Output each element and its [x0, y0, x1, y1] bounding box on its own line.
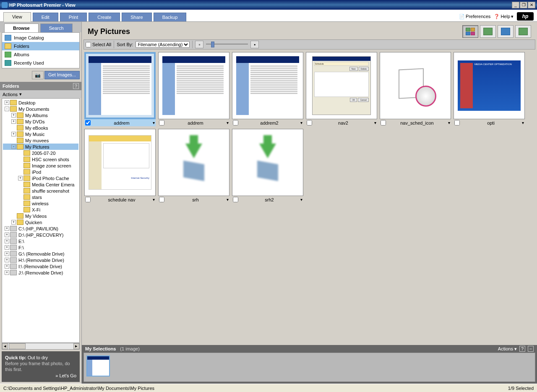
thumbnail-checkbox[interactable] — [381, 120, 386, 125]
view-mode-slideshow[interactable] — [498, 25, 514, 38]
tree-node[interactable]: My eBooks — [3, 125, 78, 131]
thumbnail-image[interactable]: Internet Security — [84, 129, 156, 196]
help-link[interactable]: ❓ Help ▾ — [494, 14, 514, 19]
thumbnail-image[interactable]: MEDIA CENTER OPTIMIZATION — [454, 52, 525, 119]
thumbnail-menu-button[interactable]: ▾ — [522, 120, 524, 125]
thumbnail-checkbox[interactable] — [233, 120, 238, 125]
tree-node[interactable]: +My Albums — [3, 112, 78, 118]
category-recently-used[interactable]: Recently Used — [2, 59, 79, 67]
thumbnail-checkbox[interactable] — [159, 120, 164, 125]
thumbnail-image[interactable] — [84, 52, 156, 119]
thumbnail-size-slider[interactable] — [206, 41, 248, 48]
tree-expander[interactable]: + — [5, 233, 9, 237]
tree-expander[interactable]: - — [11, 144, 16, 149]
minimize-button[interactable]: _ — [512, 2, 519, 8]
thumbnail-checkbox[interactable] — [85, 197, 91, 202]
thumbnail-checkbox[interactable] — [454, 120, 460, 125]
tray-collapse-button[interactable]: − — [528, 346, 534, 352]
get-images-button[interactable]: Get Images... — [44, 71, 80, 79]
thumbnail-image[interactable] — [158, 52, 229, 119]
tree-expander[interactable]: - — [5, 107, 9, 111]
thumbnail-image[interactable] — [232, 52, 303, 119]
thumbnail-menu-button[interactable]: ▾ — [374, 120, 376, 125]
thumbnail-checkbox[interactable] — [85, 120, 91, 125]
select-all-checkbox[interactable]: Select All — [86, 42, 111, 47]
thumbnail-image[interactable] — [380, 52, 451, 119]
main-tab-print[interactable]: Print — [60, 13, 87, 21]
thumbnail-menu-button[interactable]: ▾ — [227, 197, 229, 202]
tree-expander[interactable]: + — [5, 239, 9, 243]
tree-node[interactable]: HSC screen shots — [3, 156, 78, 162]
maximize-button[interactable]: ❐ — [520, 2, 527, 8]
tree-expander[interactable]: + — [11, 119, 16, 124]
thumbnail-checkbox[interactable] — [307, 120, 312, 125]
tree-node[interactable]: My Videos — [3, 213, 78, 219]
tree-node[interactable]: -My Pictures — [3, 144, 78, 150]
tree-node[interactable]: 2005-07-20 — [3, 150, 78, 156]
main-tab-view[interactable]: View — [3, 12, 31, 22]
thumbnail-checkbox[interactable] — [233, 197, 238, 202]
tree-node[interactable]: +C:\ (HP_PAVILION) — [3, 225, 78, 232]
folders-help-icon[interactable]: ? — [73, 83, 79, 89]
tree-expander[interactable]: + — [5, 100, 9, 105]
tree-node[interactable]: +G:\ (Removable Drive) — [3, 251, 78, 257]
thumbnail-checkbox[interactable] — [159, 197, 164, 202]
thumbnail-menu-button[interactable]: ▾ — [448, 120, 450, 125]
tree-node[interactable]: -My Documents — [3, 106, 78, 112]
tree-node[interactable]: +F:\ — [3, 244, 78, 251]
browse-tab[interactable]: Browse — [4, 24, 39, 32]
category-folders[interactable]: Folders — [2, 42, 79, 50]
tree-node[interactable]: My muvees — [3, 137, 78, 144]
folders-actions-menu[interactable]: Actions▾ — [0, 90, 81, 98]
tree-node[interactable]: +My DVDs — [3, 118, 78, 125]
main-tab-share[interactable]: Share — [122, 13, 151, 21]
thumbnail-image[interactable] — [158, 129, 229, 196]
main-tab-create[interactable]: Create — [89, 13, 120, 21]
view-mode-single[interactable] — [480, 25, 496, 38]
tree-node[interactable]: +J:\ (Removable Drive) — [3, 269, 78, 276]
thumbnail-image[interactable] — [232, 129, 303, 196]
main-tab-backup[interactable]: Backup — [154, 13, 187, 21]
thumbnail-menu-button[interactable]: ▾ — [300, 120, 302, 125]
tree-node[interactable]: Media Center Emera — [3, 181, 78, 188]
tree-expander[interactable]: + — [5, 258, 9, 262]
tree-horizontal-scrollbar[interactable]: ◂▸ — [2, 343, 80, 350]
tree-node[interactable]: +H:\ (Removable Drive) — [3, 257, 78, 263]
thumbnail-menu-button[interactable]: ▾ — [153, 197, 155, 202]
view-mode-grid[interactable] — [462, 25, 478, 38]
sort-by-select[interactable]: Filename (Ascending) — [136, 41, 190, 48]
tree-expander[interactable]: + — [11, 220, 16, 225]
tree-node[interactable]: Image zone screen — [3, 162, 78, 169]
tree-expander[interactable]: + — [5, 270, 9, 275]
tray-actions-menu[interactable]: Actions ▾ — [498, 346, 517, 352]
thumbnail-menu-button[interactable]: ▾ — [227, 120, 229, 125]
tree-node[interactable]: +I:\ (Removable Drive) — [3, 263, 78, 269]
zoom-large-button[interactable]: ▪ — [250, 41, 259, 48]
tree-node[interactable]: +Desktop — [3, 99, 78, 106]
tree-expander[interactable]: + — [5, 226, 9, 231]
tree-node[interactable]: +Quicken — [3, 219, 78, 225]
zoom-small-button[interactable]: ▫ — [195, 41, 203, 48]
thumbnail-menu-button[interactable]: ▾ — [300, 197, 302, 202]
tree-expander[interactable]: + — [5, 245, 9, 250]
tree-expander[interactable]: + — [5, 251, 9, 256]
tree-node[interactable]: +E:\ — [3, 238, 78, 244]
close-button[interactable]: ✕ — [528, 2, 535, 8]
tree-expander[interactable]: + — [5, 264, 9, 269]
tree-node[interactable]: +iPod Photo Cache — [3, 175, 78, 181]
search-tab[interactable]: Search — [40, 24, 73, 32]
preferences-link[interactable]: 📄 Preferences — [459, 14, 490, 19]
thumbnail-menu-button[interactable]: ▾ — [153, 120, 155, 125]
tree-node[interactable]: +My Music — [3, 131, 78, 137]
tree-expander[interactable]: + — [18, 176, 23, 180]
tree-expander[interactable]: + — [11, 113, 16, 118]
category-albums[interactable]: Albums — [2, 50, 79, 59]
tray-thumbnail[interactable] — [86, 355, 110, 376]
thumbnail-image[interactable]: ScheduleNewDeleteOKCancel — [306, 52, 377, 119]
category-image-catalog[interactable]: Image Catalog — [2, 34, 79, 42]
tree-expander[interactable]: + — [11, 132, 16, 136]
camera-button[interactable]: 📷 — [32, 71, 44, 79]
view-mode-fullscreen[interactable] — [515, 25, 531, 38]
tree-node[interactable]: stars — [3, 194, 78, 200]
quick-tip-go-link[interactable]: » Let's Go — [5, 373, 76, 379]
